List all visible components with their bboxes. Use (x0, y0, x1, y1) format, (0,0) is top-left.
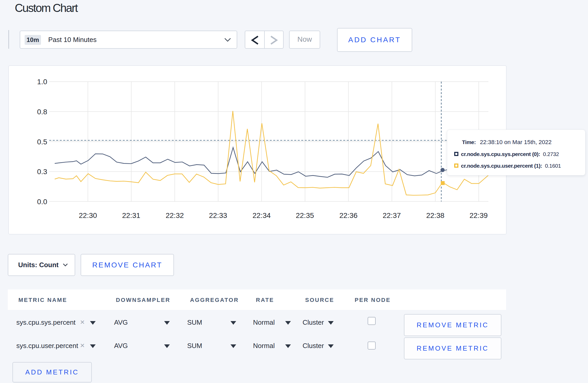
svg-text:22:37: 22:37 (383, 211, 401, 219)
svg-text:22:32: 22:32 (166, 211, 184, 219)
svg-text:22:39: 22:39 (470, 211, 488, 219)
svg-text:0.5: 0.5 (37, 138, 47, 146)
svg-text:0.8: 0.8 (37, 108, 47, 116)
svg-text:22:36: 22:36 (339, 211, 358, 219)
svg-text:1.0: 1.0 (37, 78, 47, 86)
svg-text:22:35: 22:35 (296, 211, 314, 219)
svg-text:0.3: 0.3 (37, 168, 47, 176)
svg-text:22:38: 22:38 (426, 211, 444, 219)
svg-text:0.0: 0.0 (37, 198, 47, 206)
svg-text:22:34: 22:34 (253, 211, 271, 219)
svg-text:22:30: 22:30 (79, 211, 97, 219)
svg-text:22:33: 22:33 (209, 211, 227, 219)
svg-text:22:31: 22:31 (122, 211, 140, 219)
